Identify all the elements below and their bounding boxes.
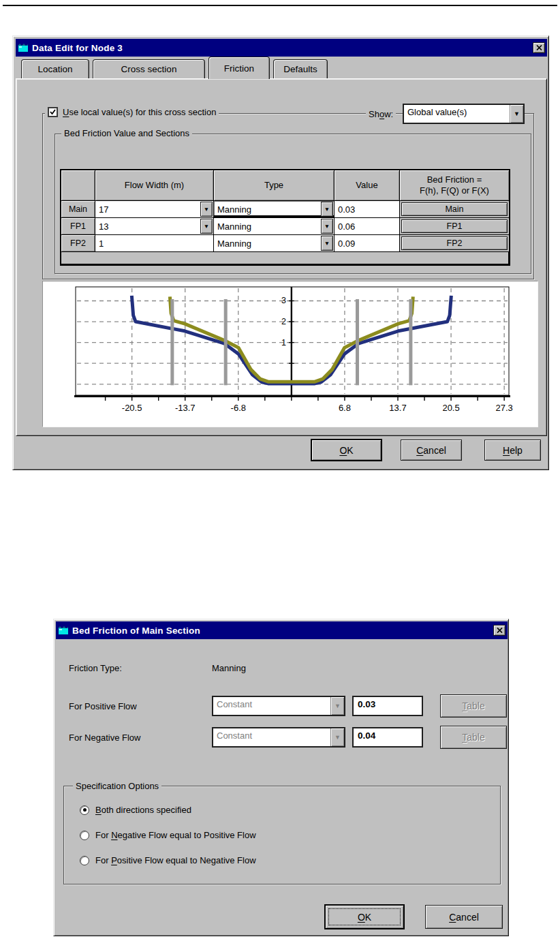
value-cell[interactable]: 0.03 [335, 201, 400, 218]
section-button[interactable]: FP1 [401, 219, 508, 233]
value-cell[interactable]: 0.09 [335, 235, 400, 252]
chevron-down-icon[interactable]: ▼ [200, 219, 213, 234]
chevron-down-icon[interactable]: ▼ [321, 202, 333, 217]
row-header-cell[interactable]: Main [61, 201, 95, 218]
svg-text:6.8: 6.8 [339, 403, 351, 413]
radio-icon [80, 856, 89, 865]
negative-flow-table-button: Table [440, 726, 507, 749]
svg-text:20.5: 20.5 [442, 403, 459, 413]
flow-width-cell[interactable]: 17▼ [95, 201, 214, 218]
positive-flow-method-value: Constant [213, 697, 330, 715]
chevron-down-icon[interactable]: ▼ [321, 236, 333, 251]
ok-button[interactable]: OK [311, 439, 382, 461]
type-cell[interactable]: Manning▼ [214, 235, 335, 252]
titlebar[interactable]: Bed Friction of Main Section [56, 621, 508, 639]
app-icon [18, 43, 29, 52]
use-local-checkbox[interactable]: Use local value(s) for this cross sectio… [45, 107, 219, 117]
type-cell[interactable]: Manning▼ [214, 218, 335, 235]
close-icon[interactable] [533, 42, 545, 53]
negative-flow-label: For Negative Flow [69, 733, 140, 743]
radio-both-directions[interactable]: Both directions specified [80, 805, 191, 815]
page-top-rule [3, 5, 557, 6]
flow-width-cell[interactable]: 1 [95, 235, 214, 252]
chevron-down-icon: ▼ [330, 728, 344, 746]
positive-flow-label: For Positive Flow [69, 701, 137, 711]
chevron-down-icon[interactable]: ▼ [200, 202, 213, 217]
bed-friction-dialog: Bed Friction of Main Section Friction Ty… [53, 619, 509, 936]
section-button[interactable]: Main [401, 202, 508, 216]
column-header [61, 170, 95, 201]
positive-flow-table-button: Table [440, 694, 507, 718]
specification-options-caption: Specification Options [73, 781, 161, 791]
radio-icon [80, 805, 89, 815]
section-button[interactable]: FP2 [401, 236, 508, 250]
ok-button[interactable]: OK [324, 904, 405, 929]
show-label: Show: [366, 109, 396, 119]
svg-text:3: 3 [281, 296, 286, 305]
chevron-down-icon: ▼ [330, 697, 344, 715]
type-cell[interactable]: Manning▼ [214, 201, 335, 218]
column-header: Bed Friction = F(h), F(Q) or F(X) [400, 170, 509, 201]
chevron-down-icon[interactable]: ▼ [321, 219, 333, 234]
tab-friction[interactable]: Friction [208, 57, 270, 79]
cross-section-chart-panel: 123-20.5-13.7-6.86.813.720.527.3 [42, 281, 538, 427]
section-button-cell: Main [400, 201, 509, 218]
radio-negative-equal-positive[interactable]: For Negative Flow equal to Positive Flow [80, 830, 256, 840]
negative-flow-value-field[interactable]: 0.04 [352, 727, 423, 748]
negative-flow-method-value: Constant [213, 728, 330, 746]
radio-positive-equal-negative[interactable]: For Positive Flow equal to Negative Flow [80, 855, 256, 865]
row-header-cell[interactable]: FP2 [61, 235, 95, 252]
friction-type-value: Manning [212, 663, 246, 673]
cancel-button[interactable]: Cancel [425, 905, 503, 929]
dialog-title: Data Edit for Node 3 [32, 43, 530, 53]
svg-text:27.3: 27.3 [495, 403, 512, 413]
table-filler [61, 252, 509, 264]
svg-text:2: 2 [281, 317, 286, 326]
negative-flow-method-combobox: Constant ▼ [212, 727, 345, 748]
use-local-label: Use local value(s) for this cross sectio… [63, 107, 216, 117]
radio-icon [80, 831, 89, 840]
tab-defaults[interactable]: Defaults [273, 59, 328, 78]
tab-page-friction: Use local value(s) for this cross sectio… [16, 78, 547, 436]
column-header: Type [214, 170, 335, 201]
svg-text:13.7: 13.7 [389, 403, 406, 413]
checkbox-icon [48, 107, 58, 117]
section-button-cell: FP2 [400, 235, 509, 252]
svg-text:-6.8: -6.8 [231, 403, 246, 413]
show-combobox-value: Global value(s) [404, 105, 510, 123]
column-header: Flow Width (m) [95, 170, 214, 201]
tab-location[interactable]: Location [21, 59, 89, 78]
close-icon[interactable] [493, 625, 505, 636]
data-edit-dialog: Data Edit for Node 3 Location Cross sect… [12, 35, 549, 470]
cancel-button[interactable]: Cancel [401, 440, 462, 461]
section-button-cell: FP1 [400, 218, 509, 235]
titlebar[interactable]: Data Edit for Node 3 [16, 39, 547, 57]
show-combobox[interactable]: Global value(s) ▼ [403, 104, 525, 124]
app-icon [58, 626, 69, 635]
dialog-title: Bed Friction of Main Section [72, 626, 491, 636]
tab-cross-section[interactable]: Cross section [93, 59, 205, 78]
positive-flow-method-combobox: Constant ▼ [212, 696, 345, 716]
column-header: Value [335, 170, 400, 201]
chevron-down-icon[interactable]: ▼ [510, 105, 523, 123]
help-button[interactable]: Help [484, 440, 541, 461]
svg-text:1: 1 [281, 338, 286, 348]
value-cell[interactable]: 0.06 [335, 218, 400, 235]
friction-table: Flow Width (m)TypeValueBed Friction = F(… [60, 169, 510, 266]
positive-flow-value-field[interactable]: 0.03 [352, 696, 423, 716]
svg-text:-20.5: -20.5 [122, 403, 142, 413]
flow-width-cell[interactable]: 13▼ [95, 218, 214, 235]
row-header-cell[interactable]: FP1 [61, 218, 95, 235]
bed-friction-group-caption: Bed Friction Value and Sections [61, 128, 192, 138]
cross-section-chart: 123-20.5-13.7-6.86.813.720.527.3 [43, 281, 538, 427]
friction-type-label: Friction Type: [69, 663, 122, 673]
svg-text:-13.7: -13.7 [175, 403, 196, 413]
